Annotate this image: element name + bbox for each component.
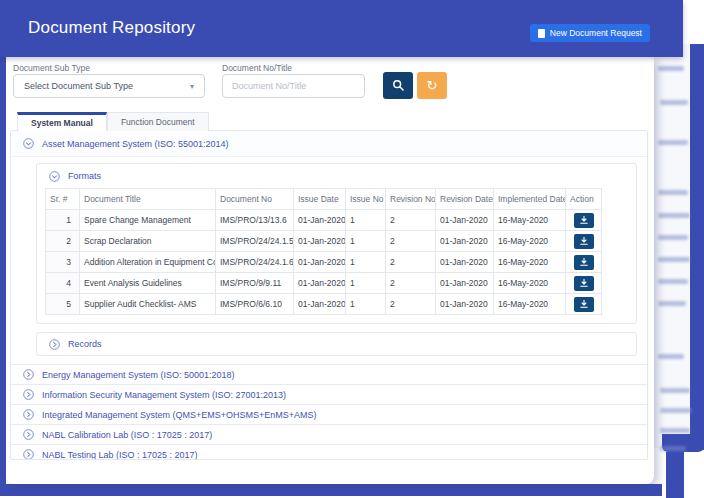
system-manual-panel: Asset Management System (ISO: 55001:2014… xyxy=(10,130,648,460)
chevron-right-circle-icon xyxy=(23,449,34,460)
table-row: 1 Spare Change Management IMS/PRO/13/13.… xyxy=(46,210,602,231)
blurred-content-line xyxy=(658,213,690,218)
section-information-security-management-system[interactable]: Information Security Management System (… xyxy=(11,384,647,404)
cell-sr: 5 xyxy=(46,294,80,315)
formats-table-wrap: Sr. # Document Title Document No Issue D… xyxy=(37,188,636,323)
cell-title: Supplier Audit Checklist- AMS xyxy=(80,294,216,315)
cell-action xyxy=(566,273,602,294)
cell-issue-no: 1 xyxy=(346,294,386,315)
section-nabl-calibration-lab[interactable]: NABL Calibration Lab (ISO : 17025 : 2017… xyxy=(11,424,647,444)
table-row: 4 Event Analysis Guidelines IMS/PRO/9/9.… xyxy=(46,273,602,294)
col-issue-date: Issue Date xyxy=(294,189,346,210)
section-label: Energy Management System (ISO: 50001:201… xyxy=(42,370,235,380)
cell-action xyxy=(566,252,602,273)
blurred-content-line xyxy=(658,257,690,262)
chevron-right-circle-icon xyxy=(23,369,34,380)
section-energy-management-system[interactable]: Energy Management System (ISO: 50001:201… xyxy=(11,364,647,384)
download-button[interactable] xyxy=(574,297,594,312)
cell-action xyxy=(566,231,602,252)
blurred-content-line xyxy=(658,354,684,359)
col-doc-no: Document No xyxy=(216,189,294,210)
cell-implemented-date: 16-May-2020 xyxy=(494,210,566,231)
download-icon xyxy=(579,236,589,246)
cell-sr: 2 xyxy=(46,231,80,252)
cell-sr: 1 xyxy=(46,210,80,231)
cell-issue-no: 1 xyxy=(346,252,386,273)
download-button[interactable] xyxy=(574,234,594,249)
asset-section-content: Formats Sr. # Document Title xyxy=(11,157,647,364)
section-integrated-management-system[interactable]: Integrated Management System (QMS+EMS+OH… xyxy=(11,404,647,424)
new-document-request-button[interactable]: New Document Request xyxy=(530,24,650,42)
col-title: Document Title xyxy=(80,189,216,210)
window-left-border xyxy=(0,57,6,496)
refresh-icon: ↻ xyxy=(427,79,438,92)
col-sr: Sr. # xyxy=(46,189,80,210)
section-nabl-testing-lab[interactable]: NABL Testing Lab (ISO : 17025 : 2017) xyxy=(11,444,647,460)
col-action: Action xyxy=(566,189,602,210)
cell-revision-no: 2 xyxy=(386,231,436,252)
chevron-right-circle-icon xyxy=(23,389,34,400)
cell-doc-no: IMS/PRO/24/24.1.5 xyxy=(216,231,294,252)
col-revision-no: Revision No xyxy=(386,189,436,210)
chevron-right-circle-icon xyxy=(49,339,60,350)
document-repository-page: Document Repository New Document Request… xyxy=(0,0,704,498)
document-sub-type-label: Document Sub Type xyxy=(13,63,90,73)
formats-label: Formats xyxy=(68,171,101,181)
document-sub-type-value: Select Document Sub Type xyxy=(24,81,133,91)
cell-revision-date: 01-Jan-2020 xyxy=(436,252,494,273)
page-title: Document Repository xyxy=(28,18,195,38)
cell-issue-no: 1 xyxy=(346,273,386,294)
download-button[interactable] xyxy=(574,213,594,228)
section-asset-management-system[interactable]: Asset Management System (ISO: 55001:2014… xyxy=(11,131,647,157)
cell-revision-no: 2 xyxy=(386,294,436,315)
cell-doc-no: IMS/PRO/9/9.11 xyxy=(216,273,294,294)
document-icon xyxy=(538,29,545,38)
cell-title: Scrap Declaration xyxy=(80,231,216,252)
cell-sr: 4 xyxy=(46,273,80,294)
tab-system-manual[interactable]: System Manual xyxy=(17,112,107,131)
cell-issue-date: 01-Jan-2020 xyxy=(294,252,346,273)
download-button[interactable] xyxy=(574,276,594,291)
blurred-content-line xyxy=(658,190,688,195)
section-label: Information Security Management System (… xyxy=(42,390,286,400)
cell-title: Event Analysis Guidelines xyxy=(80,273,216,294)
cell-issue-date: 01-Jan-2020 xyxy=(294,273,346,294)
cell-implemented-date: 16-May-2020 xyxy=(494,273,566,294)
background-window-blue-border xyxy=(690,44,704,450)
background-window-blue-tail xyxy=(666,452,684,498)
blurred-content-line xyxy=(658,235,688,240)
cell-doc-no: IMS/PRO/24/24.1.6 xyxy=(216,252,294,273)
col-implemented-date: Implemented Date xyxy=(494,189,566,210)
formats-header[interactable]: Formats xyxy=(37,164,636,188)
document-sub-type-select[interactable]: Select Document Sub Type ▾ xyxy=(13,74,205,98)
table-row: 3 Addition Alteration in Equipment Code … xyxy=(46,252,602,273)
cell-issue-no: 1 xyxy=(346,231,386,252)
chevron-down-circle-icon xyxy=(23,138,34,149)
col-revision-date: Revision Date xyxy=(436,189,494,210)
records-header[interactable]: Records xyxy=(36,332,637,356)
table-header-row: Sr. # Document Title Document No Issue D… xyxy=(46,189,602,210)
col-issue-no: Issue No xyxy=(346,189,386,210)
blurred-content-line xyxy=(660,408,692,413)
search-button[interactable] xyxy=(383,72,413,99)
document-no-title-input[interactable] xyxy=(222,74,365,98)
download-button[interactable] xyxy=(574,255,594,270)
blurred-content-line xyxy=(660,100,688,105)
cell-doc-no: IMS/PRO/13/13.6 xyxy=(216,210,294,231)
chevron-right-circle-icon xyxy=(23,409,34,420)
cell-title: Spare Change Management xyxy=(80,210,216,231)
blurred-content-line xyxy=(658,279,688,284)
blurred-content-line xyxy=(660,446,686,451)
window-bottom-border xyxy=(0,484,662,496)
chevron-down-circle-icon xyxy=(49,171,60,182)
blurred-content-line xyxy=(660,388,690,393)
cell-implemented-date: 16-May-2020 xyxy=(494,252,566,273)
tab-function-document[interactable]: Function Document xyxy=(107,112,209,131)
blurred-content-line xyxy=(660,428,690,433)
blurred-content-line xyxy=(658,301,686,306)
reset-button[interactable]: ↻ xyxy=(417,72,447,99)
cell-doc-no: IMS/PRO/6/6.10 xyxy=(216,294,294,315)
section-label: Asset Management System (ISO: 55001:2014… xyxy=(42,139,229,149)
cell-issue-date: 01-Jan-2020 xyxy=(294,231,346,252)
page-header: Document Repository New Document Request xyxy=(0,0,683,57)
